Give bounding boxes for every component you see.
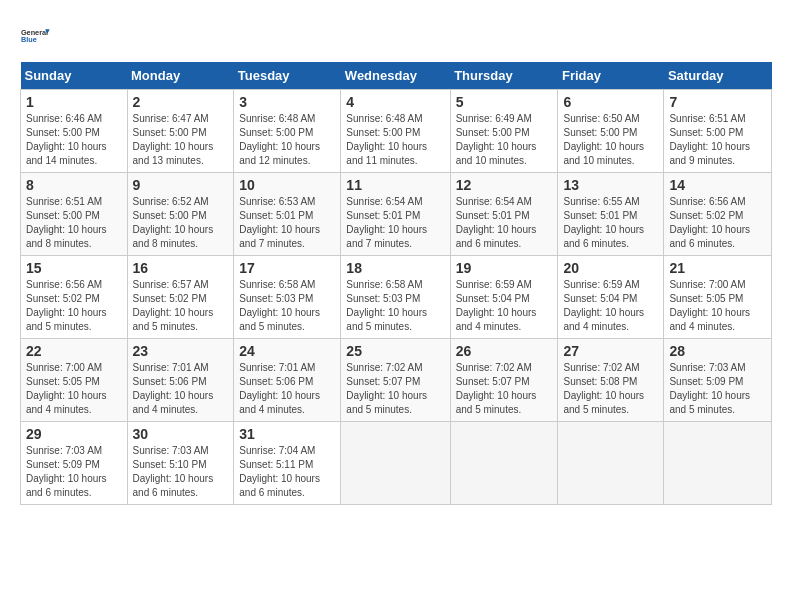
calendar-body: 1Sunrise: 6:46 AMSunset: 5:00 PMDaylight…	[21, 90, 772, 505]
day-info: Sunrise: 7:03 AMSunset: 5:09 PMDaylight:…	[669, 362, 750, 415]
day-number: 19	[456, 260, 553, 276]
day-number: 29	[26, 426, 122, 442]
calendar-cell: 7Sunrise: 6:51 AMSunset: 5:00 PMDaylight…	[664, 90, 772, 173]
calendar-cell: 9Sunrise: 6:52 AMSunset: 5:00 PMDaylight…	[127, 173, 234, 256]
day-info: Sunrise: 6:53 AMSunset: 5:01 PMDaylight:…	[239, 196, 320, 249]
calendar-cell: 29Sunrise: 7:03 AMSunset: 5:09 PMDayligh…	[21, 422, 128, 505]
calendar-cell	[558, 422, 664, 505]
day-header: Friday	[558, 62, 664, 90]
day-info: Sunrise: 7:02 AMSunset: 5:08 PMDaylight:…	[563, 362, 644, 415]
day-info: Sunrise: 6:51 AMSunset: 5:00 PMDaylight:…	[26, 196, 107, 249]
svg-text:Blue: Blue	[21, 35, 37, 44]
calendar-week-row: 29Sunrise: 7:03 AMSunset: 5:09 PMDayligh…	[21, 422, 772, 505]
calendar-cell: 6Sunrise: 6:50 AMSunset: 5:00 PMDaylight…	[558, 90, 664, 173]
day-number: 10	[239, 177, 335, 193]
calendar-cell: 18Sunrise: 6:58 AMSunset: 5:03 PMDayligh…	[341, 256, 450, 339]
calendar-cell: 8Sunrise: 6:51 AMSunset: 5:00 PMDaylight…	[21, 173, 128, 256]
calendar-cell: 16Sunrise: 6:57 AMSunset: 5:02 PMDayligh…	[127, 256, 234, 339]
calendar-cell: 27Sunrise: 7:02 AMSunset: 5:08 PMDayligh…	[558, 339, 664, 422]
day-number: 7	[669, 94, 766, 110]
day-info: Sunrise: 6:47 AMSunset: 5:00 PMDaylight:…	[133, 113, 214, 166]
day-header: Monday	[127, 62, 234, 90]
day-info: Sunrise: 6:48 AMSunset: 5:00 PMDaylight:…	[239, 113, 320, 166]
day-number: 20	[563, 260, 658, 276]
day-info: Sunrise: 7:00 AMSunset: 5:05 PMDaylight:…	[669, 279, 750, 332]
day-info: Sunrise: 7:04 AMSunset: 5:11 PMDaylight:…	[239, 445, 320, 498]
day-number: 9	[133, 177, 229, 193]
calendar-cell: 15Sunrise: 6:56 AMSunset: 5:02 PMDayligh…	[21, 256, 128, 339]
calendar-cell: 20Sunrise: 6:59 AMSunset: 5:04 PMDayligh…	[558, 256, 664, 339]
day-number: 26	[456, 343, 553, 359]
day-info: Sunrise: 7:02 AMSunset: 5:07 PMDaylight:…	[456, 362, 537, 415]
calendar-cell: 25Sunrise: 7:02 AMSunset: 5:07 PMDayligh…	[341, 339, 450, 422]
day-info: Sunrise: 6:48 AMSunset: 5:00 PMDaylight:…	[346, 113, 427, 166]
day-info: Sunrise: 6:59 AMSunset: 5:04 PMDaylight:…	[456, 279, 537, 332]
day-info: Sunrise: 7:01 AMSunset: 5:06 PMDaylight:…	[133, 362, 214, 415]
calendar-week-row: 8Sunrise: 6:51 AMSunset: 5:00 PMDaylight…	[21, 173, 772, 256]
day-info: Sunrise: 6:57 AMSunset: 5:02 PMDaylight:…	[133, 279, 214, 332]
logo-icon: GeneralBlue	[20, 20, 52, 52]
day-number: 25	[346, 343, 444, 359]
day-number: 16	[133, 260, 229, 276]
calendar-cell: 13Sunrise: 6:55 AMSunset: 5:01 PMDayligh…	[558, 173, 664, 256]
logo: GeneralBlue	[20, 20, 52, 52]
header: GeneralBlue	[20, 20, 772, 52]
calendar-cell: 28Sunrise: 7:03 AMSunset: 5:09 PMDayligh…	[664, 339, 772, 422]
day-number: 23	[133, 343, 229, 359]
calendar-cell	[450, 422, 558, 505]
day-number: 12	[456, 177, 553, 193]
day-number: 24	[239, 343, 335, 359]
day-number: 4	[346, 94, 444, 110]
calendar-header-row: SundayMondayTuesdayWednesdayThursdayFrid…	[21, 62, 772, 90]
day-header: Sunday	[21, 62, 128, 90]
calendar-week-row: 1Sunrise: 6:46 AMSunset: 5:00 PMDaylight…	[21, 90, 772, 173]
day-header: Saturday	[664, 62, 772, 90]
calendar-cell: 2Sunrise: 6:47 AMSunset: 5:00 PMDaylight…	[127, 90, 234, 173]
day-info: Sunrise: 6:55 AMSunset: 5:01 PMDaylight:…	[563, 196, 644, 249]
day-header: Tuesday	[234, 62, 341, 90]
day-number: 11	[346, 177, 444, 193]
day-info: Sunrise: 7:03 AMSunset: 5:10 PMDaylight:…	[133, 445, 214, 498]
calendar-week-row: 22Sunrise: 7:00 AMSunset: 5:05 PMDayligh…	[21, 339, 772, 422]
calendar-cell	[341, 422, 450, 505]
day-info: Sunrise: 6:56 AMSunset: 5:02 PMDaylight:…	[669, 196, 750, 249]
calendar-cell: 17Sunrise: 6:58 AMSunset: 5:03 PMDayligh…	[234, 256, 341, 339]
calendar-cell: 24Sunrise: 7:01 AMSunset: 5:06 PMDayligh…	[234, 339, 341, 422]
calendar-cell: 21Sunrise: 7:00 AMSunset: 5:05 PMDayligh…	[664, 256, 772, 339]
day-info: Sunrise: 7:03 AMSunset: 5:09 PMDaylight:…	[26, 445, 107, 498]
day-number: 1	[26, 94, 122, 110]
day-info: Sunrise: 7:02 AMSunset: 5:07 PMDaylight:…	[346, 362, 427, 415]
day-number: 28	[669, 343, 766, 359]
calendar-cell: 1Sunrise: 6:46 AMSunset: 5:00 PMDaylight…	[21, 90, 128, 173]
calendar-cell: 30Sunrise: 7:03 AMSunset: 5:10 PMDayligh…	[127, 422, 234, 505]
calendar-cell: 14Sunrise: 6:56 AMSunset: 5:02 PMDayligh…	[664, 173, 772, 256]
day-info: Sunrise: 6:56 AMSunset: 5:02 PMDaylight:…	[26, 279, 107, 332]
day-number: 13	[563, 177, 658, 193]
day-number: 22	[26, 343, 122, 359]
calendar-cell: 19Sunrise: 6:59 AMSunset: 5:04 PMDayligh…	[450, 256, 558, 339]
day-number: 15	[26, 260, 122, 276]
day-number: 6	[563, 94, 658, 110]
day-number: 14	[669, 177, 766, 193]
day-number: 17	[239, 260, 335, 276]
calendar-cell: 31Sunrise: 7:04 AMSunset: 5:11 PMDayligh…	[234, 422, 341, 505]
day-number: 3	[239, 94, 335, 110]
day-info: Sunrise: 6:54 AMSunset: 5:01 PMDaylight:…	[456, 196, 537, 249]
day-number: 31	[239, 426, 335, 442]
day-info: Sunrise: 7:01 AMSunset: 5:06 PMDaylight:…	[239, 362, 320, 415]
day-info: Sunrise: 6:51 AMSunset: 5:00 PMDaylight:…	[669, 113, 750, 166]
calendar-cell: 4Sunrise: 6:48 AMSunset: 5:00 PMDaylight…	[341, 90, 450, 173]
day-header: Thursday	[450, 62, 558, 90]
day-number: 5	[456, 94, 553, 110]
calendar-cell: 12Sunrise: 6:54 AMSunset: 5:01 PMDayligh…	[450, 173, 558, 256]
calendar-cell: 10Sunrise: 6:53 AMSunset: 5:01 PMDayligh…	[234, 173, 341, 256]
day-info: Sunrise: 6:49 AMSunset: 5:00 PMDaylight:…	[456, 113, 537, 166]
day-number: 21	[669, 260, 766, 276]
day-info: Sunrise: 6:50 AMSunset: 5:00 PMDaylight:…	[563, 113, 644, 166]
day-number: 30	[133, 426, 229, 442]
calendar-cell: 23Sunrise: 7:01 AMSunset: 5:06 PMDayligh…	[127, 339, 234, 422]
day-number: 2	[133, 94, 229, 110]
calendar-cell: 5Sunrise: 6:49 AMSunset: 5:00 PMDaylight…	[450, 90, 558, 173]
day-info: Sunrise: 6:54 AMSunset: 5:01 PMDaylight:…	[346, 196, 427, 249]
day-info: Sunrise: 7:00 AMSunset: 5:05 PMDaylight:…	[26, 362, 107, 415]
